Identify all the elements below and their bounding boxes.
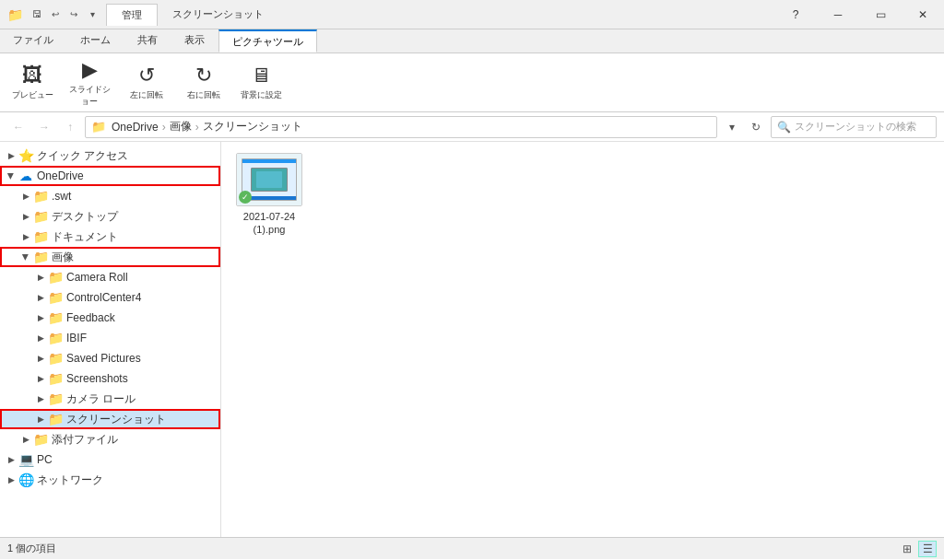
ribbon-set-bg-label: 背景に設定 — [241, 89, 282, 101]
refresh-button[interactable]: ↻ — [745, 116, 767, 138]
desktop-icon: 📁 — [33, 209, 48, 224]
breadcrumb-folder-icon: 📁 — [91, 120, 106, 134]
breadcrumb-sep-2: › — [195, 121, 199, 134]
address-actions: ▾ ↻ — [721, 116, 767, 138]
status-bar: 1 個の項目 ⊞ ☰ — [0, 537, 944, 559]
search-icon: 🔍 — [777, 121, 791, 134]
sidebar-item-swt[interactable]: ▶ 📁 .swt — [0, 186, 220, 206]
qa-save-btn[interactable]: 🖫 — [29, 6, 45, 23]
attachments-icon: 📁 — [33, 432, 48, 447]
status-item-count: 1 個の項目 — [7, 542, 56, 555]
arrow-swt: ▶ — [18, 189, 33, 204]
minimize-button[interactable]: ─ — [817, 0, 859, 29]
address-box[interactable]: 📁 OneDrive › 画像 › スクリーンショット — [85, 116, 717, 138]
breadcrumb: 📁 OneDrive › 画像 › スクリーンショット — [91, 119, 302, 134]
preview-icon: 🖼 — [22, 64, 42, 88]
ribbon: ファイル ホーム 共有 表示 ピクチャツール 🖼 プレビュー ▶ スライドショー… — [0, 29, 944, 112]
sidebar-item-desktop[interactable]: ▶ 📁 デスクトップ — [0, 206, 220, 227]
ribbon-rotate-left-label: 左に回転 — [130, 89, 163, 101]
ribbon-content: 🖼 プレビュー ▶ スライドショー ↺ 左に回転 ↻ 右に回転 🖥 背景に設定 — [0, 53, 944, 112]
saved-pictures-icon: 📁 — [48, 351, 63, 366]
pc-label: PC — [37, 453, 53, 466]
arrow-desktop: ▶ — [18, 209, 33, 224]
close-button[interactable]: ✕ — [902, 0, 944, 29]
up-button[interactable]: ↑ — [59, 116, 81, 138]
sidebar-item-onedrive[interactable]: ▶ ☁ OneDrive — [0, 166, 220, 186]
sidebar-item-pc[interactable]: ▶ 💻 PC — [0, 449, 220, 470]
controlcenter4-label: ControlCenter4 — [66, 291, 141, 304]
breadcrumb-screenshots[interactable]: スクリーンショット — [203, 119, 302, 134]
documents-icon: 📁 — [33, 229, 48, 244]
quick-access-icon: ⭐ — [18, 148, 33, 163]
sidebar-item-attachments[interactable]: ▶ 📁 添付ファイル — [0, 429, 220, 449]
ribbon-set-bg-btn[interactable]: 🖥 背景に設定 — [236, 59, 286, 107]
camera-roll-label: Camera Roll — [66, 271, 128, 284]
sidebar-item-camera-roll-jp[interactable]: ▶ 📁 カメラ ロール — [0, 389, 220, 409]
desktop-label: デスクトップ — [52, 209, 118, 225]
arrow-images: ▶ — [18, 250, 33, 264]
breadcrumb-images[interactable]: 画像 — [170, 119, 192, 134]
sidebar-item-screenshot-jp[interactable]: ▶ 📁 スクリーンショット — [0, 409, 220, 429]
screenshot-jp-label: スクリーンショット — [66, 412, 166, 427]
images-icon: 📁 — [33, 250, 48, 264]
main-area: ▶ ⭐ クイック アクセス ▶ ☁ OneDrive ▶ 📁 .swt ▶ 📁 … — [0, 142, 944, 537]
ribbon-rotate-left-btn[interactable]: ↺ 左に回転 — [122, 59, 171, 107]
tab-screenshot[interactable]: スクリーンショット — [158, 4, 278, 25]
controlcenter4-icon: 📁 — [48, 290, 63, 305]
window-controls: ? ─ ▭ ✕ — [774, 0, 944, 29]
tab-share[interactable]: 共有 — [124, 29, 171, 52]
tab-file[interactable]: ファイル — [0, 29, 67, 52]
tab-view[interactable]: 表示 — [171, 29, 218, 52]
sidebar: ▶ ⭐ クイック アクセス ▶ ☁ OneDrive ▶ 📁 .swt ▶ 📁 … — [0, 142, 221, 537]
sidebar-item-feedback[interactable]: ▶ 📁 Feedback — [0, 308, 220, 328]
view-list-btn[interactable]: ☰ — [918, 541, 937, 557]
screenshots-label: Screenshots — [66, 372, 128, 385]
file-name-1: 2021-07-24(1).png — [243, 210, 295, 237]
sidebar-item-images[interactable]: ▶ 📁 画像 — [0, 247, 220, 267]
arrow-feedback: ▶ — [33, 310, 48, 325]
view-grid-btn[interactable]: ⊞ — [898, 541, 916, 557]
camera-roll-jp-label: カメラ ロール — [66, 391, 136, 407]
qa-redo-btn[interactable]: ↪ — [65, 6, 82, 23]
sidebar-item-camera-roll[interactable]: ▶ 📁 Camera Roll — [0, 267, 220, 287]
sidebar-item-controlcenter4[interactable]: ▶ 📁 ControlCenter4 — [0, 287, 220, 308]
qa-dropdown-btn[interactable]: ▾ — [84, 6, 100, 23]
slideshow-icon: ▶ — [82, 58, 98, 82]
forward-button[interactable]: → — [33, 116, 55, 138]
arrow-quick-access: ▶ — [4, 148, 18, 163]
tab-home[interactable]: ホーム — [67, 29, 124, 52]
sidebar-item-ibif[interactable]: ▶ 📁 IBIF — [0, 328, 220, 348]
title-tab-area: 管理 スクリーンショット — [106, 4, 278, 26]
sidebar-item-quick-access[interactable]: ▶ ⭐ クイック アクセス — [0, 146, 220, 166]
ribbon-rotate-right-btn[interactable]: ↻ 右に回転 — [179, 59, 229, 107]
ribbon-rotate-right-label: 右に回転 — [187, 89, 220, 101]
search-placeholder: スクリーンショットの検索 — [795, 120, 916, 134]
ribbon-preview-label: プレビュー — [12, 89, 53, 101]
quick-access-label: クイック アクセス — [37, 148, 128, 164]
arrow-screenshot-jp: ▶ — [33, 412, 48, 426]
ribbon-slideshow-label: スライドショー — [65, 84, 113, 108]
tab-manage[interactable]: 管理 — [106, 4, 158, 26]
breadcrumb-sep-1: › — [162, 121, 166, 134]
address-dropdown-btn[interactable]: ▾ — [721, 116, 743, 138]
breadcrumb-onedrive[interactable]: OneDrive — [112, 121, 159, 134]
sidebar-item-documents[interactable]: ▶ 📁 ドキュメント — [0, 227, 220, 247]
sidebar-item-network[interactable]: ▶ 🌐 ネットワーク — [0, 470, 220, 490]
network-label: ネットワーク — [37, 472, 103, 488]
tab-picture-tools[interactable]: ピクチャツール — [218, 29, 317, 52]
network-icon: 🌐 — [18, 472, 33, 487]
file-item-1[interactable]: ✓ 2021-07-24(1).png — [232, 153, 306, 237]
sidebar-item-screenshots[interactable]: ▶ 📁 Screenshots — [0, 368, 220, 389]
back-button[interactable]: ← — [7, 116, 30, 138]
folder-icon: 📁 — [7, 7, 23, 22]
ribbon-preview-btn[interactable]: 🖼 プレビュー — [7, 59, 57, 107]
ribbon-slideshow-btn[interactable]: ▶ スライドショー — [65, 59, 114, 107]
maximize-button[interactable]: ▭ — [859, 0, 902, 29]
sidebar-item-saved-pictures[interactable]: ▶ 📁 Saved Pictures — [0, 348, 220, 368]
arrow-documents: ▶ — [18, 229, 33, 244]
feedback-icon: 📁 — [48, 310, 63, 325]
search-box[interactable]: 🔍 スクリーンショットの検索 — [771, 116, 937, 138]
help-button[interactable]: ? — [774, 0, 817, 29]
onedrive-label: OneDrive — [37, 169, 84, 182]
qa-undo-btn[interactable]: ↩ — [47, 6, 64, 23]
